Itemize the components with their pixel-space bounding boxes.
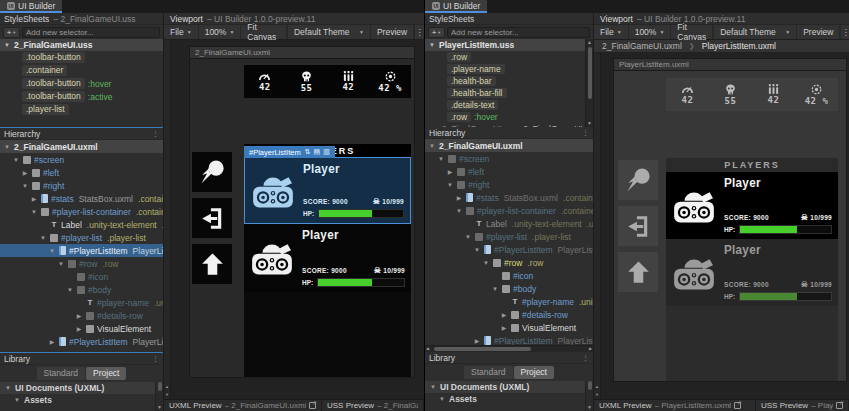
scroll-down-icon[interactable]: ▼: [594, 392, 600, 397]
disclosure-arrow[interactable]: ▼: [482, 260, 490, 266]
hierarchy-row[interactable]: ▼#row.row: [425, 256, 593, 269]
open-external-icon[interactable]: [734, 402, 741, 409]
hierarchy-row[interactable]: ▶VisualElement: [425, 321, 593, 334]
uss-selector-row[interactable]: .toolbar-button:hover: [0, 77, 163, 90]
scroll-down-icon[interactable]: ▼: [164, 392, 170, 397]
hierarchy-row[interactable]: T#player-name.unity-text-element: [0, 296, 163, 309]
disclosure-arrow[interactable]: ▼: [30, 209, 38, 215]
hierarchy-row[interactable]: ▼#PlayerListItemPlayerListItem.uxml: [0, 244, 163, 257]
scroll-up-icon[interactable]: ▲: [587, 39, 592, 46]
hierarchy-row[interactable]: ▶#statsStatsBox.uxml.container: [0, 192, 163, 205]
hierarchy-row[interactable]: ▼#player-list-container.container: [425, 204, 593, 217]
disclosure-arrow[interactable]: ▼: [428, 42, 436, 48]
hierarchy-row[interactable]: ▶#PlayerListItemPlayerListItem.uxml: [0, 335, 163, 348]
meteor-button[interactable]: [618, 160, 658, 200]
library-section-uxml[interactable]: ▼ UI Documents (UXML): [0, 382, 163, 394]
uxml-preview-pane[interactable]: UXML Preview PlayerListItem.uxml: [594, 400, 756, 411]
hierarchy-row[interactable]: ▼#PlayerListItemPlayerListItem.uxml: [425, 243, 593, 256]
canvas-document[interactable]: 2_FinalGameUI.uxml 42 55: [189, 46, 415, 378]
exit-button[interactable]: [192, 198, 232, 238]
tab-standard[interactable]: Standard: [464, 366, 513, 378]
hierarchy-row[interactable]: ▼2_FinalGameUI.uxml: [425, 139, 593, 152]
disclosure-arrow[interactable]: ▶: [500, 324, 508, 331]
hierarchy-row[interactable]: TLabel.unity-text-element.unity-label: [425, 217, 593, 230]
add-selector-button[interactable]: +▼: [3, 27, 20, 38]
hierarchy-row[interactable]: ▶#left: [0, 166, 163, 179]
disclosure-arrow[interactable]: ▼: [446, 182, 454, 188]
disclosure-arrow[interactable]: ▼: [455, 208, 463, 214]
uss-preview-pane[interactable]: USS Preview PlayerListItem.uss: [756, 400, 849, 411]
library-section-uxml[interactable]: ▼ UI Documents (UXML): [425, 381, 593, 393]
open-external-icon[interactable]: [836, 402, 843, 409]
hierarchy-row[interactable]: ▼#right: [425, 178, 593, 191]
player-list-item[interactable]: Player SCORE: 9000 10/999 HP:: [666, 172, 838, 239]
uss-selector-row[interactable]: .player-list: [0, 103, 163, 116]
sort-icon[interactable]: [305, 148, 311, 156]
player-list-item[interactable]: Player SCORE: 9000 10/999 HP:: [666, 239, 838, 306]
scroll-left-icon[interactable]: ◀: [426, 346, 429, 352]
hierarchy-row[interactable]: ▶#details-row: [425, 308, 593, 321]
library-scrollbar[interactable]: ▼: [585, 381, 593, 411]
hierarchy-row[interactable]: ▼#player-list.player-list: [425, 230, 593, 243]
disclosure-arrow[interactable]: ▼: [13, 397, 21, 403]
exit-button[interactable]: [618, 206, 658, 246]
hierarchy-row[interactable]: ▶VisualElement: [0, 322, 163, 335]
hierarchy-row[interactable]: TLabel.unity-text-element.unity-label: [0, 218, 163, 231]
tab-standard[interactable]: Standard: [37, 367, 86, 379]
disclosure-arrow[interactable]: ▼: [437, 156, 445, 162]
disclosure-arrow[interactable]: ▼: [438, 396, 446, 402]
kebab-menu-icon[interactable]: ⋮: [582, 354, 589, 362]
file-menu[interactable]: File▼: [594, 25, 629, 39]
uss-selector-row[interactable]: .health-bar: [425, 75, 593, 87]
library-section-assets[interactable]: ▼ Assets: [0, 394, 163, 406]
preview-toggle[interactable]: Preview: [371, 25, 414, 39]
uss-root-row[interactable]: ▼ PlayerListItem.uss: [425, 39, 593, 51]
hierarchy-row[interactable]: T#player-name.unity-text-element: [425, 295, 593, 308]
tab-project[interactable]: Project: [86, 367, 126, 379]
kebab-menu-icon[interactable]: ⋮: [152, 355, 159, 363]
disclosure-arrow[interactable]: ▼: [473, 247, 481, 253]
disclosure-arrow[interactable]: ▼: [491, 286, 499, 292]
viewport-scrollbar[interactable]: ▲▼: [164, 40, 171, 399]
disclosure-arrow[interactable]: ▶: [75, 312, 83, 319]
disclosure-arrow[interactable]: ▼: [39, 235, 47, 241]
kebab-menu-icon[interactable]: ⋮: [840, 25, 849, 39]
disclosure-arrow[interactable]: ▼: [3, 144, 11, 150]
scroll-down-icon[interactable]: ▼: [587, 120, 592, 127]
hierarchy-row[interactable]: ▼#body: [425, 282, 593, 295]
stylesheets-scrollbar[interactable]: ▲▼: [585, 39, 593, 127]
uss-selector-row[interactable]: .container: [0, 64, 163, 77]
library-section-assets[interactable]: ▼ Assets: [425, 393, 593, 405]
disclosure-arrow[interactable]: ▼: [21, 183, 29, 189]
uss-selector-row[interactable]: .player-name: [425, 63, 593, 75]
hierarchy-row[interactable]: ▼#screen: [425, 152, 593, 165]
tab-project[interactable]: Project: [514, 366, 554, 378]
hierarchy-row[interactable]: ▼#body: [0, 283, 163, 296]
tab-ui-builder[interactable]: UI UI Builder: [0, 0, 62, 13]
uss-root-row[interactable]: ▼ 2_FinalGameUI.uss: [0, 39, 163, 51]
uss-selector-row[interactable]: .health-bar-fill: [425, 87, 593, 99]
disclosure-arrow[interactable]: ▶: [473, 337, 481, 344]
uss-selector-row[interactable]: .row:hover: [425, 111, 593, 123]
uss-selector-row[interactable]: .toolbar-button:active: [0, 90, 163, 103]
disclosure-arrow[interactable]: ▼: [48, 248, 56, 254]
disclosure-arrow[interactable]: ▶: [30, 195, 38, 202]
uxml-preview-pane[interactable]: UXML Preview 2_FinalGameUI.uxml: [164, 400, 322, 411]
disclosure-arrow[interactable]: ▶: [48, 338, 56, 345]
fit-canvas-button[interactable]: Fit Canvas: [671, 25, 713, 39]
disclosure-arrow[interactable]: ▶: [446, 168, 454, 175]
hierarchy-row[interactable]: ▼#player-list.player-list: [0, 231, 163, 244]
hierarchy-row[interactable]: ▼2_FinalGameUI.uxml: [0, 140, 163, 153]
disclosure-arrow[interactable]: ▶: [75, 325, 83, 332]
add-selector-button[interactable]: +▼: [428, 27, 445, 38]
library-scrollbar[interactable]: ▼: [155, 382, 163, 411]
scroll-up-icon[interactable]: ▲: [594, 384, 600, 389]
kebab-menu-icon[interactable]: ⋮: [414, 25, 424, 39]
disclosure-arrow[interactable]: ▶: [455, 194, 463, 201]
hierarchy-row[interactable]: ▶#statsStatsBox.uxml.container: [425, 191, 593, 204]
hierarchy-row[interactable]: ▼#screen: [0, 153, 163, 166]
canvas-document[interactable]: PlayerListItem.uxml 42 55: [613, 58, 847, 382]
hierarchy-hscrollbar[interactable]: ◀▶: [425, 345, 593, 352]
breadcrumb-item[interactable]: 2_FinalGameUI.uxml: [602, 41, 682, 51]
scroll-right-icon[interactable]: ▶: [589, 346, 592, 352]
